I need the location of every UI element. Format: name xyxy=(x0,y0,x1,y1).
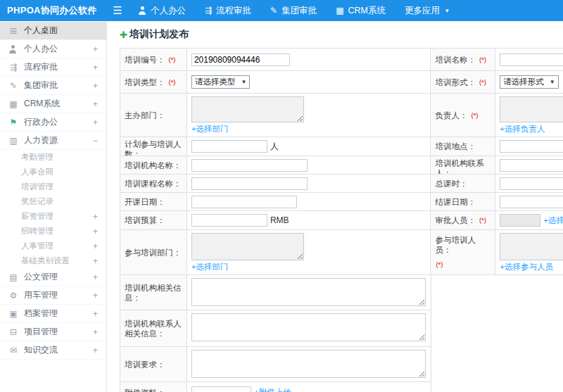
select-leader-link[interactable]: +选择负责人 xyxy=(500,124,545,134)
budget-unit: RMB xyxy=(270,215,289,225)
training-type-label: 培训类型：(*) xyxy=(120,71,187,94)
sidebar-item-crm-system[interactable]: ▦ CRM系统 + xyxy=(0,95,106,113)
count-unit: 人 xyxy=(270,141,279,153)
attachment-upload-link[interactable]: +附件上传 xyxy=(254,387,291,392)
sidebar-label: 招聘管理 xyxy=(21,226,53,236)
form-row-org: 培训机构名称： 培训机构联系人： xyxy=(120,156,563,175)
field-cell: 人 xyxy=(187,137,431,156)
training-type-select[interactable]: 请选择类型 ▼ xyxy=(191,75,250,89)
expand-icon[interactable]: + xyxy=(93,212,98,222)
org-name-label: 培训机构名称： xyxy=(120,156,187,175)
course-name-label: 培训课程名称： xyxy=(120,175,187,193)
start-date-input[interactable] xyxy=(191,196,297,208)
expand-icon[interactable]: + xyxy=(93,346,98,355)
org-contact-input[interactable] xyxy=(500,159,563,172)
total-hours-input[interactable] xyxy=(500,177,563,190)
sidebar-item-document-mgmt[interactable]: ▤ 公文管理 + xyxy=(0,268,106,286)
nav-group-approval[interactable]: ✎ 集团审批 xyxy=(270,5,317,17)
training-number-input[interactable] xyxy=(191,53,290,66)
expand-icon[interactable]: + xyxy=(93,272,98,282)
place-input[interactable] xyxy=(500,140,563,153)
collapse-icon[interactable]: − xyxy=(93,136,98,146)
host-dept-textarea[interactable] xyxy=(191,96,304,122)
expand-icon[interactable]: + xyxy=(93,241,98,251)
nav-label: CRM系统 xyxy=(348,5,385,17)
sidebar-item-personnel-mgmt[interactable]: 人事管理 + xyxy=(0,239,106,253)
form-row-join-dept-staff: 参与培训部门： +选择部门 参与培训人员：(*) +选择参与人员 xyxy=(120,230,563,275)
sidebar-item-attendance-mgmt[interactable]: 考勤管理 xyxy=(0,150,106,165)
expand-icon[interactable]: + xyxy=(93,291,98,301)
training-number-label: 培训编号：(*) xyxy=(120,49,187,71)
flow-icon: ⇶ xyxy=(8,63,18,72)
select-dept-link[interactable]: +选择部门 xyxy=(191,124,229,134)
expand-icon[interactable]: + xyxy=(93,81,98,91)
expand-icon[interactable]: + xyxy=(93,256,98,266)
nav-process-approval[interactable]: ⇶ 流程审批 xyxy=(205,5,251,17)
org-name-input[interactable] xyxy=(191,159,308,172)
select-join-dept-link[interactable]: +选择部门 xyxy=(191,262,229,272)
required-mark: (*) xyxy=(471,110,478,120)
sidebar-item-archive-mgmt[interactable]: ▣ 档案管理 + xyxy=(0,305,106,323)
sidebar-item-recruitment-mgmt[interactable]: 招聘管理 + xyxy=(0,224,106,239)
select-approver-link[interactable]: +选择审批人员 xyxy=(543,215,563,226)
expand-icon[interactable]: + xyxy=(93,44,98,54)
sidebar-item-hr-contract[interactable]: 人事合同 xyxy=(0,165,106,179)
nav-personal-office[interactable]: 个人办公 xyxy=(138,5,186,17)
sidebar-label: 奖惩记录 xyxy=(21,196,53,207)
mail-icon: ✉ xyxy=(8,346,18,355)
budget-input[interactable] xyxy=(191,214,267,227)
expand-icon[interactable]: + xyxy=(93,327,98,337)
sidebar-label: 人力资源 xyxy=(24,134,58,146)
approver-input[interactable] xyxy=(500,214,540,227)
sidebar-item-knowledge-exchange[interactable]: ✉ 知识交流 + xyxy=(0,341,106,360)
sidebar-item-salary-mgmt[interactable]: 薪资管理 + xyxy=(0,209,106,224)
gear-icon: ⚙ xyxy=(8,291,18,300)
app-logo: PHPOA协同办公软件 xyxy=(0,4,107,17)
training-name-input[interactable] xyxy=(500,53,563,66)
sidebar-item-project-mgmt[interactable]: ⊟ 项目管理 + xyxy=(0,323,106,341)
course-name-input[interactable] xyxy=(191,177,308,190)
select-join-staff-link[interactable]: +选择参与人员 xyxy=(500,262,553,272)
sidebar-item-base-category-settings[interactable]: 基础类别设置 + xyxy=(0,253,106,268)
sidebar-item-group-approval[interactable]: ✎ 集团审批 + xyxy=(0,77,106,95)
main-layout: ⊞ 个人桌面 个人办公 + ⇶ 流程审批 + ✎ 集团审批 + ▦ CRM系统 xyxy=(0,21,563,392)
archive-icon: ▣ xyxy=(8,310,18,318)
leader-textarea[interactable] xyxy=(500,96,563,122)
expand-icon[interactable]: + xyxy=(93,118,98,127)
sidebar-item-personal-desktop[interactable]: ⊞ 个人桌面 xyxy=(0,22,106,40)
sidebar-item-vehicle-mgmt[interactable]: ⚙ 用车管理 + xyxy=(0,286,106,305)
sidebar-item-personal-office[interactable]: 个人办公 + xyxy=(0,40,106,58)
training-mode-select[interactable]: 请选择形式 ▼ xyxy=(500,75,558,89)
sidebar-label: 人事管理 xyxy=(21,241,53,251)
menu-icon[interactable]: ☰ xyxy=(108,4,127,17)
end-date-input[interactable] xyxy=(500,196,563,208)
join-dept-textarea[interactable] xyxy=(191,233,304,260)
sidebar-item-training-mgmt[interactable]: 培训管理 xyxy=(0,179,106,194)
sidebar-item-admin-office[interactable]: ⚑ 行政办公 + xyxy=(0,113,106,132)
requirement-textarea[interactable] xyxy=(191,350,426,378)
sidebar-label: 档案管理 xyxy=(24,308,58,320)
required-mark: (*) xyxy=(169,77,176,87)
sidebar-item-human-resources[interactable]: ▥ 人力资源 − xyxy=(0,132,106,150)
nav-more-apps[interactable]: 更多应用 ▾ xyxy=(405,5,449,17)
contact-info-label: 培训机构联系人相关信息： xyxy=(120,310,187,347)
form-row-org-info: 培训机构相关信息： xyxy=(120,275,563,310)
sidebar-label: 集团审批 xyxy=(24,80,58,91)
participant-count-input[interactable] xyxy=(191,140,267,153)
org-info-textarea[interactable] xyxy=(191,278,426,306)
sidebar-item-reward-punishment[interactable]: 奖惩记录 xyxy=(0,194,106,209)
nav-crm-system[interactable]: ▦ CRM系统 xyxy=(336,5,386,17)
nav-label: 流程审批 xyxy=(216,5,251,17)
field-cell: +附件上传 xyxy=(187,382,431,392)
total-hours-label: 总课时： xyxy=(431,175,495,193)
sidebar-item-process-approval[interactable]: ⇶ 流程审批 + xyxy=(0,58,106,77)
expand-icon[interactable]: + xyxy=(93,227,98,236)
attachment-input[interactable] xyxy=(191,386,251,392)
contact-info-textarea[interactable] xyxy=(191,313,426,341)
sidebar-label: 知识交流 xyxy=(24,344,58,356)
sidebar-label: 人事合同 xyxy=(21,167,53,177)
join-staff-textarea[interactable] xyxy=(500,233,563,260)
expand-icon[interactable]: + xyxy=(93,99,98,109)
expand-icon[interactable]: + xyxy=(93,63,98,72)
expand-icon[interactable]: + xyxy=(93,309,98,319)
